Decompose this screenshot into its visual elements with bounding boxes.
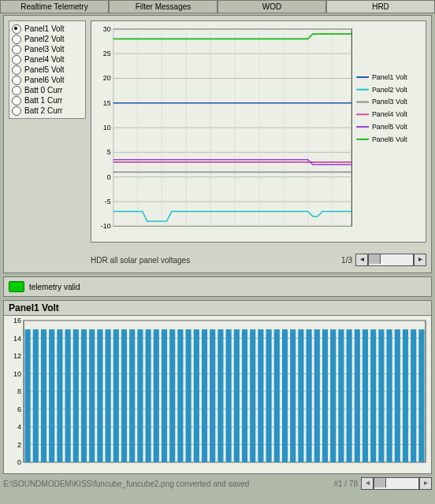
svg-rect-89 (258, 329, 263, 462)
radio-panel4-volt[interactable]: Panel4 Volt (12, 54, 83, 65)
radio-batt-0-curr[interactable]: Batt 0 Curr (12, 85, 83, 95)
svg-text:Panel6 Volt: Panel6 Volt (372, 135, 407, 143)
svg-text:-10: -10 (101, 222, 111, 230)
tab-hrd[interactable]: HRD (326, 0, 435, 13)
svg-rect-71 (113, 329, 119, 462)
svg-text:0: 0 (107, 173, 111, 181)
next-button[interactable]: ▸ (414, 254, 426, 266)
svg-text:-5: -5 (105, 198, 111, 206)
svg-rect-74 (137, 329, 143, 462)
radio-dot-icon (12, 106, 21, 116)
bar-chart: 0246810121416 (3, 315, 432, 474)
radio-batt-1-curr[interactable]: Batt 1 Curr (12, 95, 83, 106)
tab-bar: Realtime Telemetry Filter Messages WOD H… (0, 0, 435, 13)
svg-text:Panel5 Volt: Panel5 Volt (372, 123, 407, 131)
svg-text:30: 30 (103, 25, 111, 33)
svg-rect-78 (169, 329, 175, 462)
svg-rect-81 (194, 329, 199, 462)
svg-text:6: 6 (17, 406, 21, 413)
chart1-page: 1/3 (341, 256, 352, 265)
prev-button[interactable]: ◂ (355, 254, 368, 266)
svg-rect-79 (177, 329, 183, 462)
telemetry-label: telemetry valid (29, 283, 80, 291)
radio-dot-icon (12, 55, 21, 65)
svg-rect-82 (202, 329, 207, 462)
radio-dot-icon (12, 86, 21, 95)
status-prev-button[interactable]: ◂ (361, 477, 374, 490)
svg-rect-60 (25, 329, 31, 462)
series-selector: Panel1 VoltPanel2 VoltPanel3 VoltPanel4 … (9, 20, 86, 119)
svg-rect-87 (242, 329, 247, 462)
bar-chart-title: Panel1 Volt (3, 300, 432, 315)
svg-rect-104 (378, 329, 384, 462)
svg-text:16: 16 (13, 317, 21, 324)
svg-rect-64 (57, 329, 62, 462)
svg-text:10: 10 (103, 124, 111, 132)
svg-rect-93 (290, 329, 296, 462)
telemetry-lamp-icon (9, 281, 24, 292)
svg-rect-96 (314, 329, 320, 462)
svg-rect-109 (418, 329, 424, 462)
svg-rect-91 (274, 329, 280, 462)
svg-rect-63 (49, 329, 54, 462)
chart1-scroll[interactable] (368, 254, 414, 266)
status-text: E:\SOUNDMODEM\KISS\funcube_funcube2.png … (3, 480, 249, 488)
svg-rect-92 (282, 329, 288, 462)
svg-rect-75 (146, 329, 151, 462)
svg-rect-69 (97, 329, 102, 462)
svg-rect-62 (41, 329, 46, 462)
svg-rect-101 (355, 329, 360, 462)
radio-dot-icon (12, 45, 21, 54)
tab-filter[interactable]: Filter Messages (109, 0, 217, 13)
radio-dot-icon (12, 96, 21, 106)
svg-rect-85 (226, 329, 232, 462)
svg-rect-65 (65, 329, 71, 462)
svg-text:Panel2 Volt: Panel2 Volt (372, 86, 407, 94)
radio-dot-icon (12, 76, 21, 85)
svg-rect-95 (307, 329, 312, 462)
svg-rect-99 (338, 329, 344, 462)
svg-rect-103 (370, 329, 376, 462)
radio-panel3-volt[interactable]: Panel3 Volt (12, 44, 83, 54)
svg-rect-73 (129, 329, 135, 462)
radio-panel2-volt[interactable]: Panel2 Volt (12, 34, 83, 44)
radio-dot-icon (12, 35, 21, 44)
svg-rect-68 (89, 329, 95, 462)
radio-dot-icon (12, 65, 21, 75)
svg-rect-77 (162, 329, 167, 462)
svg-text:25: 25 (103, 50, 111, 57)
svg-rect-98 (330, 329, 336, 462)
status-scroll[interactable] (374, 477, 419, 490)
svg-rect-72 (121, 329, 127, 462)
svg-rect-94 (298, 329, 303, 462)
svg-rect-76 (154, 329, 159, 462)
radio-batt-2-curr[interactable]: Batt 2 Curr (12, 106, 83, 116)
status-bar: E:\SOUNDMODEM\KISS\funcube_funcube2.png … (3, 477, 432, 490)
chart-panel-1: Panel1 VoltPanel2 VoltPanel3 VoltPanel4 … (3, 15, 432, 273)
radio-panel6-volt[interactable]: Panel6 Volt (12, 75, 83, 85)
svg-text:14: 14 (13, 335, 21, 343)
svg-rect-80 (186, 329, 191, 462)
svg-rect-106 (395, 329, 400, 462)
svg-rect-84 (217, 329, 223, 462)
svg-rect-88 (250, 329, 255, 462)
tab-wod[interactable]: WOD (217, 0, 326, 13)
svg-text:12: 12 (13, 352, 21, 360)
svg-rect-70 (106, 329, 111, 462)
radio-panel5-volt[interactable]: Panel5 Volt (12, 65, 83, 75)
telemetry-status: telemetry valid (3, 276, 432, 297)
svg-text:4: 4 (17, 423, 21, 431)
tab-realtime[interactable]: Realtime Telemetry (0, 0, 109, 13)
chart1-footer: HDR all solar panel voltages 1/3 ◂ ▸ (91, 250, 426, 269)
svg-rect-86 (234, 329, 240, 462)
svg-rect-105 (387, 329, 392, 462)
status-next-button[interactable]: ▸ (419, 477, 432, 490)
svg-rect-66 (73, 329, 79, 462)
svg-text:Panel4 Volt: Panel4 Volt (372, 110, 407, 118)
svg-text:5: 5 (107, 148, 111, 156)
svg-rect-61 (33, 329, 39, 462)
svg-text:15: 15 (103, 99, 111, 107)
svg-rect-107 (403, 329, 408, 462)
svg-text:Panel3 Volt: Panel3 Volt (372, 98, 407, 106)
radio-panel1-volt[interactable]: Panel1 Volt (12, 24, 83, 34)
